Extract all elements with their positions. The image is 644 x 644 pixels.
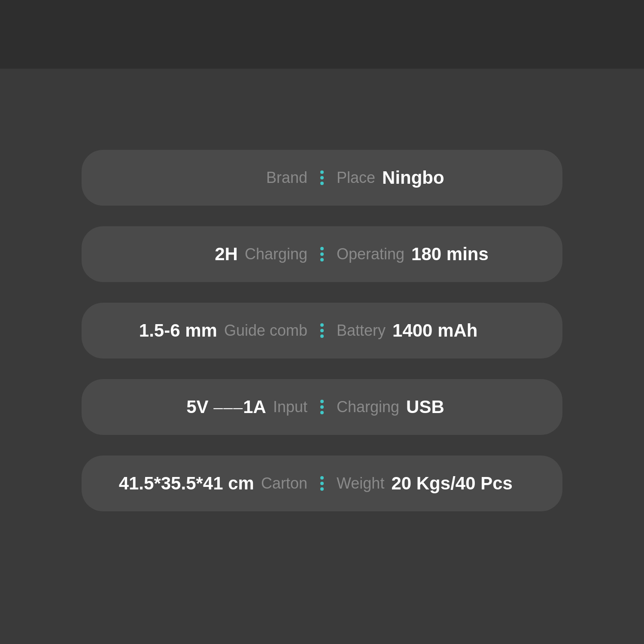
card-input-charging: 5V ———1A Input Charging USB	[82, 379, 562, 435]
battery-label: Battery	[337, 322, 386, 340]
card-carton-weight: 41.5*35.5*41 cm Carton Weight 20 Kgs/40 …	[82, 456, 562, 511]
divider-4	[320, 400, 324, 414]
top-bar	[0, 0, 644, 69]
guide-label: Guide comb	[224, 322, 307, 340]
place-value: Ningbo	[382, 167, 444, 188]
dot-2a	[320, 247, 324, 250]
charging-label: Charging	[245, 245, 307, 263]
dot-2c	[320, 258, 324, 261]
dot-5a	[320, 476, 324, 480]
divider-2	[320, 247, 324, 261]
dot-3c	[320, 334, 324, 338]
dot-1b	[320, 176, 324, 179]
dot-1a	[320, 170, 324, 174]
card-guide-battery: 1.5-6 mm Guide comb Battery 1400 mAh	[82, 303, 562, 358]
operating-value: 180 mins	[411, 244, 489, 264]
divider-3	[320, 323, 324, 338]
voltage-value: 5V ———1A	[186, 397, 266, 417]
dot-4c	[320, 411, 324, 414]
operating-label: Operating	[337, 245, 404, 263]
dot-4b	[320, 405, 324, 409]
battery-value: 1400 mAh	[392, 320, 477, 341]
divider-1	[320, 170, 324, 185]
charging-value: 2H	[215, 244, 238, 264]
dot-5b	[320, 482, 324, 485]
dot-5c	[320, 487, 324, 491]
brand-label: Brand	[266, 169, 307, 187]
carton-label: Carton	[261, 474, 307, 492]
dot-3a	[320, 323, 324, 327]
place-label: Place	[337, 169, 375, 187]
dot-4a	[320, 400, 324, 403]
dot-2b	[320, 252, 324, 256]
divider-5	[320, 476, 324, 491]
card-brand-place: Brand Place Ningbo	[82, 150, 562, 206]
charging-usb-label: Charging	[337, 398, 399, 416]
card-charging-operating: 2H Charging Operating 180 mins	[82, 226, 562, 282]
dot-1c	[320, 182, 324, 185]
carton-value: 41.5*35.5*41 cm	[119, 473, 254, 494]
input-label: Input	[273, 398, 307, 416]
dot-3b	[320, 329, 324, 332]
charging-usb-value: USB	[406, 397, 444, 417]
weight-label: Weight	[337, 474, 384, 492]
guide-value: 1.5-6 mm	[139, 320, 217, 341]
weight-value: 20 Kgs/40 Pcs	[391, 473, 513, 494]
cards-container: Brand Place Ningbo 2H Charging	[82, 150, 562, 511]
